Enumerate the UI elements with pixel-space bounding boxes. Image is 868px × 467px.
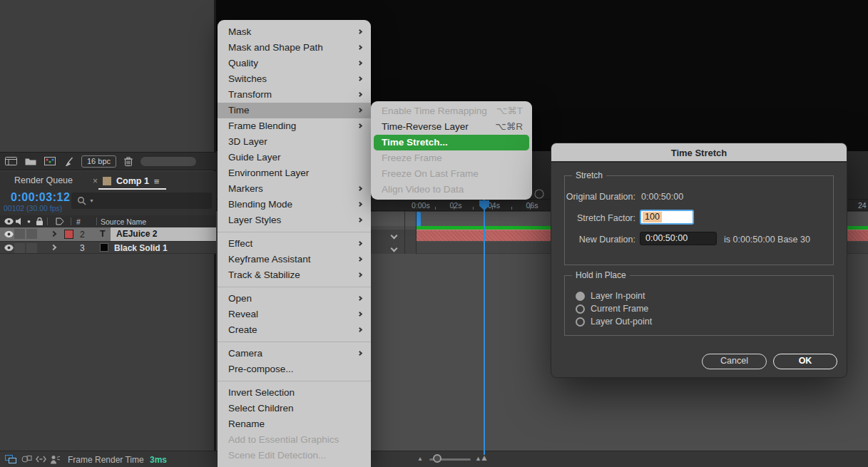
eye-icon[interactable] <box>4 231 14 237</box>
layer-row-aejuice[interactable]: 2 T AEJuice 2 <box>0 227 216 241</box>
expand-icon[interactable] <box>51 231 56 237</box>
menu-item-markers[interactable]: Markers <box>218 181 371 197</box>
bpc-button[interactable]: 16 bpc <box>81 155 116 168</box>
radio-icon[interactable] <box>576 317 585 327</box>
menu-item-open[interactable]: Open <box>218 291 371 307</box>
ruler-minor-tick <box>473 207 474 210</box>
submenu-arrow-icon <box>357 61 362 66</box>
brush-icon[interactable] <box>63 157 73 166</box>
zoom-out-icon[interactable]: ▲ <box>417 456 423 462</box>
menu-item-rename[interactable]: Rename <box>218 416 371 432</box>
label-color-swatch[interactable] <box>64 230 73 239</box>
label-icon[interactable] <box>56 217 64 225</box>
menu-item-invert-selection[interactable]: Invert Selection <box>218 385 371 401</box>
submenu-item-time-reverse-layer[interactable]: Time-Reverse Layer⌥⌘R <box>371 119 532 135</box>
video-toggle-cell[interactable] <box>14 243 25 253</box>
menu-item-label: Select Children <box>228 403 294 414</box>
menu-item-create[interactable]: Create <box>218 322 371 338</box>
menu-item-label: Create <box>228 324 257 335</box>
radio-icon[interactable] <box>576 304 585 314</box>
menu-item-mask-and-shape-path[interactable]: Mask and Shape Path <box>218 40 371 56</box>
audio-toggle-cell[interactable] <box>26 229 37 239</box>
video-toggle-cell[interactable] <box>14 229 25 239</box>
ruler-minor-tick <box>530 207 531 210</box>
layer-search-input[interactable]: ▼ <box>71 193 212 209</box>
layer-name[interactable]: AEJuice 2 <box>111 227 216 241</box>
color-workspace-icon[interactable] <box>44 157 56 165</box>
cancel-button[interactable]: Cancel <box>702 354 767 369</box>
menu-item-label: Switches <box>228 73 267 84</box>
menu-item-switches[interactable]: Switches <box>218 71 371 87</box>
menu-item-frame-blending[interactable]: Frame Blending <box>218 118 371 134</box>
radio-option-current-frame[interactable]: Current Frame <box>576 303 648 314</box>
layer-row-blacksolid[interactable]: 3 Black Solid 1 <box>0 241 216 254</box>
menu-item-reveal[interactable]: Reveal <box>218 307 371 322</box>
radio-option-layer-in-point[interactable]: Layer In-point <box>576 290 645 302</box>
menu-item-layer-styles[interactable]: Layer Styles <box>218 212 371 228</box>
tab-render-queue[interactable]: Render Queue <box>14 175 73 185</box>
layer-name[interactable]: Black Solid 1 <box>114 243 168 253</box>
composition-flowchart-icon[interactable] <box>5 455 17 464</box>
menu-item-transform[interactable]: Transform <box>218 87 371 103</box>
menu-item-blending-mode[interactable]: Blending Mode <box>218 197 371 212</box>
submenu-item-freeze-frame: Freeze Frame <box>371 150 532 166</box>
work-area-start-marker[interactable] <box>416 212 421 227</box>
folder-icon[interactable] <box>25 157 36 165</box>
eye-icon[interactable] <box>4 245 14 251</box>
menu-item-effect[interactable]: Effect <box>218 236 371 252</box>
radio-selected-icon[interactable] <box>576 292 585 301</box>
snapshot-icon[interactable] <box>533 188 546 200</box>
solo-icon[interactable]: ● <box>27 218 31 225</box>
menu-item-camera[interactable]: Camera <box>218 346 371 361</box>
audio-icon[interactable] <box>16 217 24 225</box>
menu-item-quality[interactable]: Quality <box>218 56 371 71</box>
new-duration-input[interactable]: 0:00:50:00 <box>640 232 717 245</box>
menu-item-pre-compose[interactable]: Pre-compose... <box>218 361 371 377</box>
playhead-line[interactable] <box>484 200 485 455</box>
menu-item-label: Transform <box>228 89 272 100</box>
panel-menu-icon[interactable]: ≡ <box>154 176 160 187</box>
menu-item-3d-layer[interactable]: 3D Layer <box>218 134 371 150</box>
radio-option-layer-out-point[interactable]: Layer Out-point <box>576 316 652 327</box>
menu-item-keyframe-assistant[interactable]: Keyframe Assistant <box>218 252 371 267</box>
submenu-arrow-icon <box>357 186 362 191</box>
shape-circle-icon[interactable] <box>21 455 32 463</box>
layer-number: 3 <box>80 243 85 253</box>
menu-item-mask[interactable]: Mask <box>218 24 371 40</box>
submenu-item-time-stretch[interactable]: Time Stretch... <box>374 135 529 150</box>
menu-item-track-stabilize[interactable]: Track & Stabilize <box>218 267 371 283</box>
menu-item-environment-layer[interactable]: Environment Layer <box>218 165 371 181</box>
layer-list-header: ● # Source Name <box>0 215 216 227</box>
speaker-person-icon[interactable] <box>50 455 61 464</box>
trash-icon[interactable] <box>124 157 133 166</box>
submenu-arrow-icon <box>357 108 362 113</box>
frame-counter: 00102 (30.00 fps) <box>4 204 62 212</box>
menu-item-label: Pre-compose... <box>228 364 294 374</box>
close-icon[interactable]: × <box>93 176 98 186</box>
submenu-item-enable-time-remapping: Enable Time Remapping⌥⌘T <box>371 103 532 119</box>
menu-item-time[interactable]: Time <box>218 103 371 118</box>
menu-item-select-children[interactable]: Select Children <box>218 401 371 416</box>
ok-button[interactable]: OK <box>773 354 837 369</box>
stretch-factor-input[interactable]: 100 <box>640 210 694 225</box>
transform-arrows-icon[interactable] <box>36 455 46 463</box>
parent-dropdown-icon[interactable] <box>391 245 398 252</box>
menu-item-scene-edit-detection: Scene Edit Detection... <box>218 448 371 463</box>
dialog-title[interactable]: Time Stretch <box>551 143 847 163</box>
submenu-item-label: Time Stretch... <box>382 137 448 148</box>
expand-icon[interactable] <box>51 245 56 250</box>
ruler-minor-tick <box>435 207 436 210</box>
render-settings-icon[interactable] <box>5 157 17 165</box>
menu-item-label: Invert Selection <box>228 387 295 398</box>
zoom-slider-knob[interactable] <box>433 454 441 463</box>
audio-toggle-cell[interactable] <box>26 243 37 253</box>
parent-dropdown-icon[interactable] <box>391 232 398 240</box>
current-timecode[interactable]: 0:00:03:12 <box>11 191 70 204</box>
eye-icon[interactable] <box>4 218 14 225</box>
column-number: # <box>76 217 81 226</box>
lock-icon[interactable] <box>36 217 43 225</box>
tab-comp1[interactable]: × Comp 1 ≡ <box>93 174 159 188</box>
submenu-item-label: Freeze Frame <box>382 153 442 163</box>
menu-item-guide-layer[interactable]: Guide Layer <box>218 150 371 165</box>
menu-item-label: Open <box>228 293 252 304</box>
